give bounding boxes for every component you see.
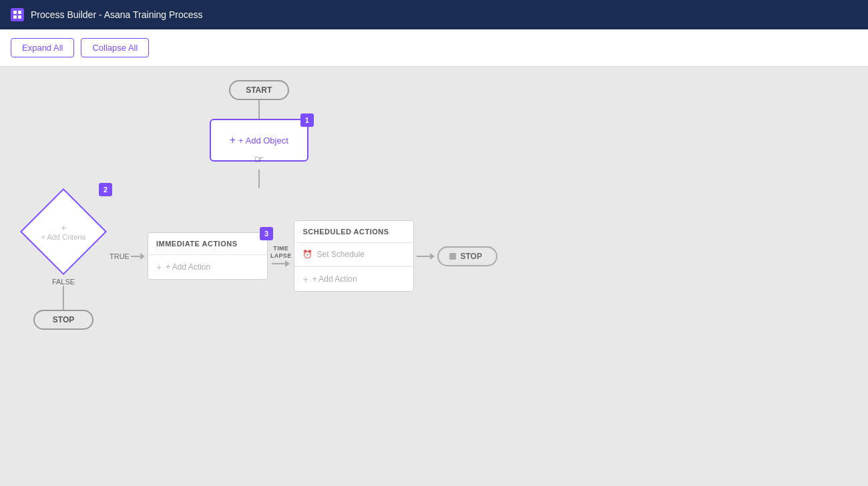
plus-icon: +	[230, 134, 236, 146]
plus-icon-sa: +	[302, 274, 308, 284]
arrow-line1	[131, 256, 140, 257]
diamond-shape	[20, 188, 107, 275]
step2-row: + + Add Criteria 2 FALSE STOP TRUE	[20, 188, 497, 330]
true-label: TRUE	[110, 252, 130, 260]
stop-square-icon	[449, 253, 456, 260]
scheduled-actions-container: SCHEDULED ACTIONS ⏰ Set Schedule + + Add…	[294, 220, 414, 292]
false-label: FALSE	[52, 278, 75, 286]
add-immediate-action-btn[interactable]: + + Add Action	[148, 255, 267, 279]
tl-line	[272, 263, 285, 264]
scheduled-actions-header: SCHEDULED ACTIONS	[294, 221, 413, 243]
diamond-wrapper: + + Add Criteria 2	[20, 188, 107, 275]
connector-v1	[258, 100, 260, 119]
toolbar: Expand All Collapse All	[0, 29, 868, 67]
header: Process Builder - Asana Training Process	[0, 0, 868, 29]
add-object-label: + Add Object	[238, 136, 288, 146]
cursor-icon: ☞	[254, 153, 264, 166]
scheduled-actions-box: SCHEDULED ACTIONS ⏰ Set Schedule + + Add…	[294, 220, 414, 292]
set-schedule-btn[interactable]: ⏰ Set Schedule	[294, 243, 413, 266]
immediate-actions-header: IMMEDIATE ACTIONS	[148, 233, 267, 255]
start-node: START	[229, 80, 289, 100]
immediate-actions-box: IMMEDIATE ACTIONS + + Add Action	[148, 232, 268, 280]
app-icon	[11, 8, 24, 21]
flow-container: START + + Add Object ☞ 1	[20, 80, 497, 330]
expand-all-button[interactable]: Expand All	[11, 38, 74, 57]
add-scheduled-action-label: + Add Action	[312, 274, 357, 284]
svg-rect-0	[13, 11, 17, 14]
arrowhead1	[140, 253, 145, 260]
plus-icon-ia: +	[156, 262, 162, 272]
time-lapse-arrow	[272, 260, 290, 267]
step2-diamond-col: + + Add Criteria 2 FALSE STOP	[20, 188, 107, 330]
tl-arrowhead	[285, 260, 290, 267]
final-stop-label: STOP	[460, 252, 481, 261]
svg-rect-2	[13, 15, 17, 19]
canvas: START + + Add Object ☞ 1	[0, 67, 868, 486]
add-scheduled-action-btn[interactable]: + + Add Action	[294, 267, 413, 291]
badge-1: 1	[300, 113, 314, 127]
step2-true-row: TRUE IMMEDIATE ACTIONS + + Add Action	[107, 220, 497, 292]
svg-rect-1	[18, 11, 21, 14]
final-line	[417, 256, 430, 257]
connector-false	[63, 286, 64, 310]
final-stop-node: STOP	[437, 246, 497, 266]
clock-icon: ⏰	[302, 250, 312, 259]
diamond-node[interactable]: + + Add Criteria	[20, 188, 107, 275]
set-schedule-label: Set Schedule	[316, 250, 364, 259]
add-object-box[interactable]: + + Add Object ☞	[210, 119, 308, 162]
svg-rect-3	[18, 15, 21, 19]
time-lapse-section: TIMELAPSE	[270, 245, 292, 268]
add-immediate-action-label: + Add Action	[166, 262, 210, 272]
start-section: START + + Add Object ☞ 1	[20, 80, 497, 330]
collapse-all-button[interactable]: Collapse All	[81, 38, 149, 57]
final-arrow	[417, 253, 435, 260]
final-arrowhead	[430, 253, 435, 260]
step3-container: IMMEDIATE ACTIONS + + Add Action 3	[148, 232, 268, 280]
step1-container: + + Add Object ☞ 1	[210, 119, 308, 162]
badge-3: 3	[260, 227, 273, 240]
badge-2: 2	[99, 183, 112, 196]
page-title: Process Builder - Asana Training Process	[31, 9, 203, 20]
time-lapse-label: TIMELAPSE	[270, 245, 292, 260]
bottom-stop-node: STOP	[33, 310, 93, 330]
connector-v2	[258, 170, 260, 188]
